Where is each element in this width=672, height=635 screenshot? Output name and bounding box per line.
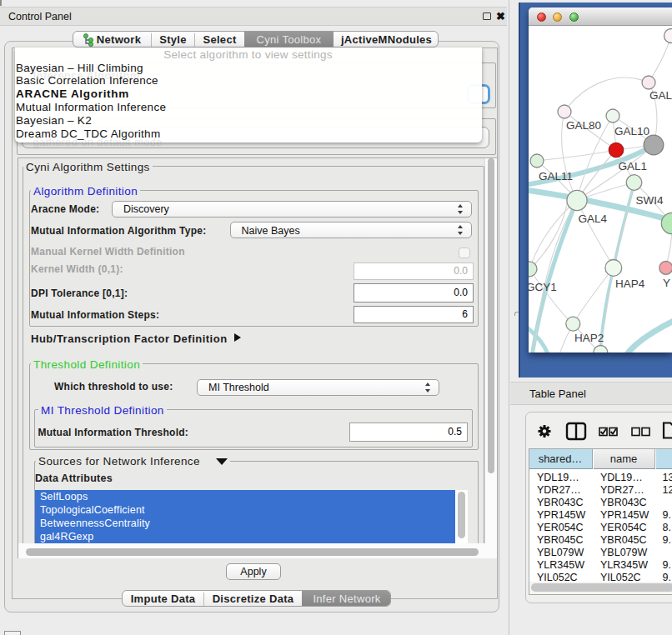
svg-text:GAL11: GAL11 [539, 170, 573, 182]
svg-text:Y: Y [663, 277, 670, 289]
svg-text:GAL10: GAL10 [614, 125, 649, 138]
svg-text:GAL4: GAL4 [579, 212, 608, 225]
svg-text:GAL80: GAL80 [566, 119, 601, 132]
svg-text:GCY1: GCY1 [529, 281, 557, 293]
svg-text:HAP4: HAP4 [615, 278, 645, 290]
svg-text:HAP2: HAP2 [574, 332, 604, 344]
svg-text:GAL: GAL [649, 89, 672, 102]
svg-text:SWI4: SWI4 [636, 194, 664, 207]
svg-text:GAL1: GAL1 [619, 160, 648, 172]
